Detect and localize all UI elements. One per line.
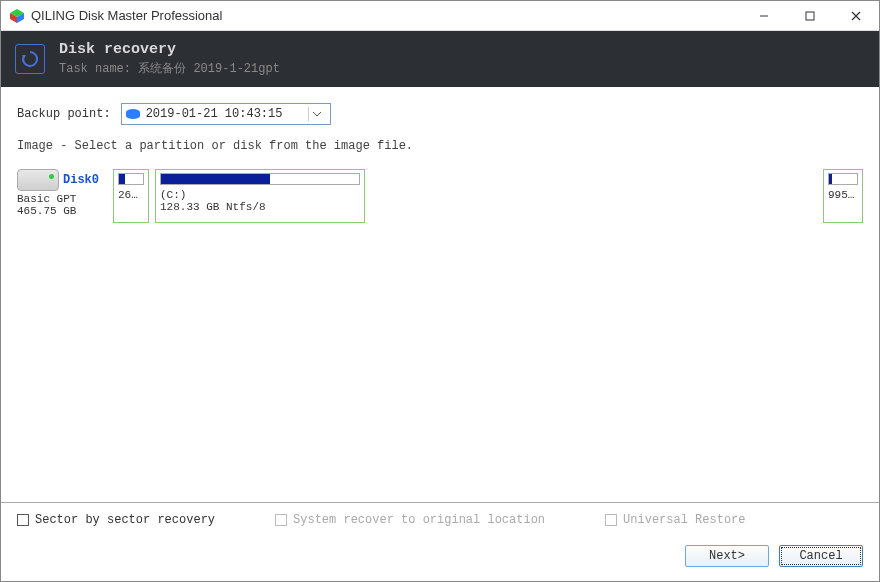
minimize-button[interactable] [741, 1, 787, 30]
partition-0[interactable]: 26... [113, 169, 149, 223]
sector-by-sector-checkbox[interactable]: Sector by sector recovery [17, 513, 215, 527]
system-recover-checkbox: System recover to original location [275, 513, 545, 527]
option-label: Universal Restore [623, 513, 745, 527]
usage-bar [160, 173, 360, 185]
maximize-button[interactable] [787, 1, 833, 30]
option-label: System recover to original location [293, 513, 545, 527]
header-bar: Disk recovery Task name: 系统备份 2019-1-21g… [1, 31, 879, 87]
option-label: Sector by sector recovery [35, 513, 215, 527]
partition-drive-letter: (C:) [160, 189, 360, 201]
disk-name: Disk0 [63, 173, 99, 187]
titlebar: QILING Disk Master Professional [1, 1, 879, 31]
cancel-button[interactable]: Cancel [779, 545, 863, 567]
content-area: Backup point: 2019-01-21 10:43:15 Image … [1, 87, 879, 502]
checkbox-icon [605, 514, 617, 526]
options-row: Sector by sector recovery System recover… [17, 513, 863, 527]
backup-point-label: Backup point: [17, 107, 111, 121]
drive-icon [17, 169, 59, 191]
disk-icon [126, 109, 140, 119]
usage-bar [828, 173, 858, 185]
backup-point-value: 2019-01-21 10:43:15 [146, 107, 308, 121]
chevron-down-icon [308, 107, 326, 121]
checkbox-icon [275, 514, 287, 526]
task-name-line: Task name: 系统备份 2019-1-21gpt [59, 60, 280, 77]
universal-restore-checkbox: Universal Restore [605, 513, 745, 527]
task-label: Task name: [59, 62, 131, 76]
usage-bar [118, 173, 144, 185]
app-title: QILING Disk Master Professional [31, 8, 741, 23]
backup-point-select[interactable]: 2019-01-21 10:43:15 [121, 103, 331, 125]
svg-rect-4 [806, 12, 814, 20]
page-title: Disk recovery [59, 41, 280, 58]
partition-label: 26... [118, 189, 144, 201]
window-controls [741, 1, 879, 30]
app-cube-icon [9, 8, 25, 24]
next-button[interactable]: Next> [685, 545, 769, 567]
backup-point-row: Backup point: 2019-01-21 10:43:15 [17, 103, 863, 125]
footer: Sector by sector recovery System recover… [1, 502, 879, 581]
checkbox-icon [17, 514, 29, 526]
disk-size: 465.75 GB [17, 205, 107, 217]
disk-info[interactable]: Disk0 Basic GPT 465.75 GB [17, 169, 107, 223]
disk-row: Disk0 Basic GPT 465.75 GB 26... (C:) 128… [17, 169, 863, 223]
partition-label: 995... [828, 189, 858, 201]
disk-type: Basic GPT [17, 193, 107, 205]
header-text: Disk recovery Task name: 系统备份 2019-1-21g… [59, 41, 280, 77]
spacer [371, 169, 817, 223]
partition-size-fs: 128.33 GB Ntfs/8 [160, 201, 360, 213]
recovery-icon [15, 44, 45, 74]
buttons-row: Next> Cancel [17, 545, 863, 567]
task-name: 系统备份 2019-1-21gpt [138, 62, 280, 76]
partition-1[interactable]: (C:) 128.33 GB Ntfs/8 [155, 169, 365, 223]
partition-2[interactable]: 995... [823, 169, 863, 223]
close-button[interactable] [833, 1, 879, 30]
instruction-text: Image - Select a partition or disk from … [17, 139, 863, 153]
